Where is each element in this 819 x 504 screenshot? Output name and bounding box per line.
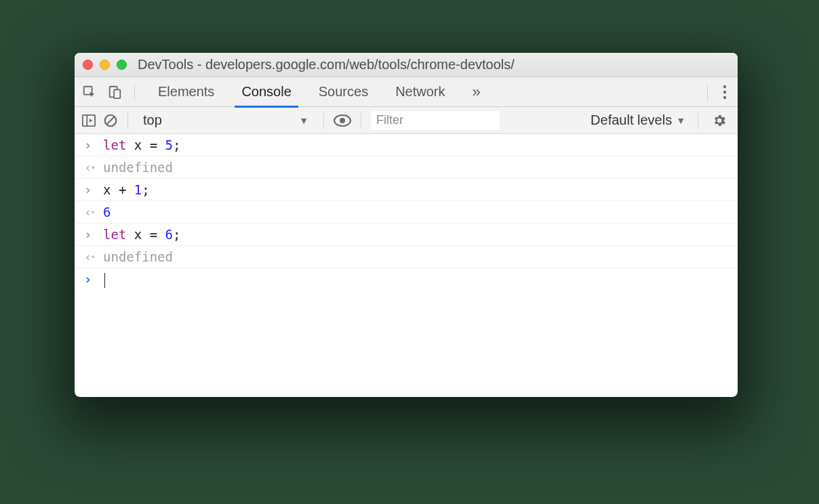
console-output-value: 6	[103, 205, 111, 219]
toggle-sidebar-icon[interactable]	[81, 114, 96, 127]
tab-console[interactable]: Console	[228, 77, 304, 107]
code-token	[142, 227, 149, 242]
input-marker-icon: ›	[84, 227, 96, 242]
code-token	[126, 138, 134, 152]
console-result-value: undefined	[103, 160, 173, 175]
console-output-value: undefined	[103, 249, 173, 264]
zoom-window-button[interactable]	[117, 60, 127, 70]
output-marker-icon: ‹·	[84, 160, 96, 175]
panel-tabs: ElementsConsoleSourcesNetwork	[144, 77, 459, 107]
close-window-button[interactable]	[83, 60, 93, 70]
console-output-value: undefined	[103, 160, 173, 175]
output-marker-icon: ‹·	[84, 249, 96, 264]
console-result-value: undefined	[103, 249, 173, 264]
console-input-code: let x = 5;	[103, 138, 181, 152]
dropdown-triangle-icon: ▼	[299, 115, 308, 126]
code-token: x	[134, 227, 142, 242]
console-output-row: ‹·undefined	[75, 156, 738, 179]
console-input-row: ›let x = 5;	[75, 134, 738, 156]
log-levels-label: Default levels	[591, 112, 672, 128]
code-token: x	[134, 138, 142, 152]
divider	[361, 112, 361, 129]
settings-menu-button[interactable]	[717, 85, 732, 100]
svg-rect-6	[83, 114, 95, 125]
console-output[interactable]: ›let x = 5;‹·undefined›x + 1;‹·6›let x =…	[75, 134, 738, 397]
input-marker-icon: ›	[84, 182, 96, 197]
code-token	[111, 182, 118, 197]
console-prompt-input[interactable]	[103, 272, 105, 288]
code-token: x	[103, 182, 111, 197]
console-input-code: x + 1;	[103, 182, 150, 197]
svg-point-5	[723, 96, 726, 98]
code-token: 6	[165, 227, 173, 242]
code-token: ;	[173, 138, 180, 152]
divider	[698, 112, 698, 129]
tab-elements[interactable]: Elements	[144, 77, 228, 107]
code-token: let	[103, 138, 126, 152]
dropdown-triangle-icon: ▼	[676, 115, 685, 126]
console-input-row: ›x + 1;	[75, 179, 738, 201]
code-token	[126, 182, 134, 197]
svg-point-11	[340, 118, 345, 123]
divider	[323, 112, 324, 129]
console-output-row: ‹·6	[75, 201, 738, 224]
tab-network[interactable]: Network	[382, 77, 458, 107]
code-token: 1	[134, 182, 142, 197]
inspect-element-icon[interactable]	[80, 83, 99, 102]
console-input-row: ›let x = 6;	[75, 224, 738, 246]
divider	[127, 112, 128, 129]
minimize-window-button[interactable]	[100, 60, 110, 70]
code-token: ;	[173, 227, 180, 242]
code-token: =	[150, 138, 157, 152]
devtools-toolbar: ElementsConsoleSourcesNetwork »	[75, 77, 738, 107]
prompt-marker-icon: ›	[84, 272, 96, 287]
traffic-lights	[83, 60, 127, 70]
divider	[134, 84, 135, 100]
code-token: ;	[142, 182, 149, 197]
more-tabs-button[interactable]: »	[466, 83, 487, 101]
svg-line-9	[107, 117, 115, 124]
code-token: let	[103, 227, 126, 242]
svg-point-3	[723, 85, 726, 87]
input-marker-icon: ›	[84, 138, 96, 152]
divider	[707, 84, 708, 100]
code-token	[157, 227, 165, 242]
window-title: DevTools - developers.google.com/web/too…	[138, 57, 730, 72]
live-expression-icon[interactable]	[334, 114, 351, 127]
code-token: 5	[165, 138, 173, 152]
code-token	[126, 227, 134, 242]
console-settings-icon[interactable]	[708, 113, 731, 128]
code-token	[142, 138, 149, 152]
svg-rect-2	[114, 89, 120, 98]
titlebar: DevTools - developers.google.com/web/too…	[75, 53, 738, 77]
console-prompt-row: ›	[75, 268, 738, 291]
console-output-row: ‹·undefined	[75, 246, 738, 268]
clear-console-icon[interactable]	[103, 113, 118, 128]
execution-context-label: top	[143, 112, 162, 128]
execution-context-select[interactable]: top ▼	[138, 112, 314, 128]
devtools-window: DevTools - developers.google.com/web/too…	[75, 53, 738, 397]
filter-input[interactable]	[376, 113, 494, 127]
svg-point-4	[723, 90, 726, 93]
text-cursor	[104, 273, 105, 288]
code-token	[157, 138, 165, 152]
console-result-value: 6	[103, 205, 111, 219]
code-token: +	[119, 182, 126, 197]
device-toolbar-icon[interactable]	[106, 83, 125, 102]
tab-sources[interactable]: Sources	[305, 77, 382, 107]
code-token: =	[150, 227, 157, 242]
console-subtoolbar: top ▼ Default levels ▼	[75, 107, 738, 134]
log-levels-select[interactable]: Default levels ▼	[591, 112, 685, 128]
filter-input-wrap	[371, 111, 500, 130]
console-input-code: let x = 6;	[103, 227, 181, 242]
output-marker-icon: ‹·	[84, 205, 96, 219]
